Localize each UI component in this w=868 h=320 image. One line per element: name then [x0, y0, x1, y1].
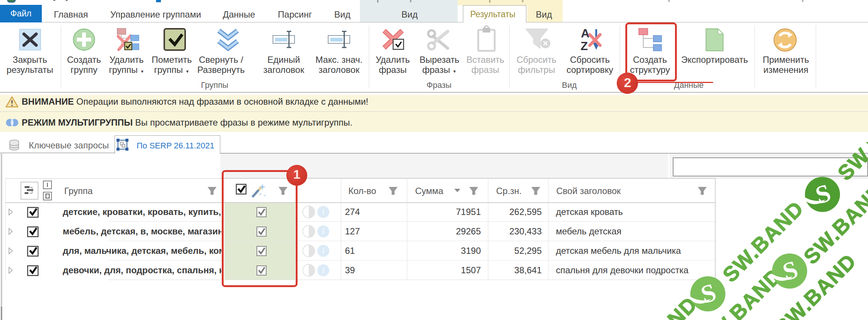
svg-text:SW.BAND: SW.BAND [616, 292, 702, 320]
svg-text:Z: Z [581, 39, 588, 53]
svg-text:i: i [322, 208, 324, 216]
svg-text:SW.BAND: SW.BAND [833, 142, 868, 185]
svg-text:A: A [581, 27, 589, 40]
